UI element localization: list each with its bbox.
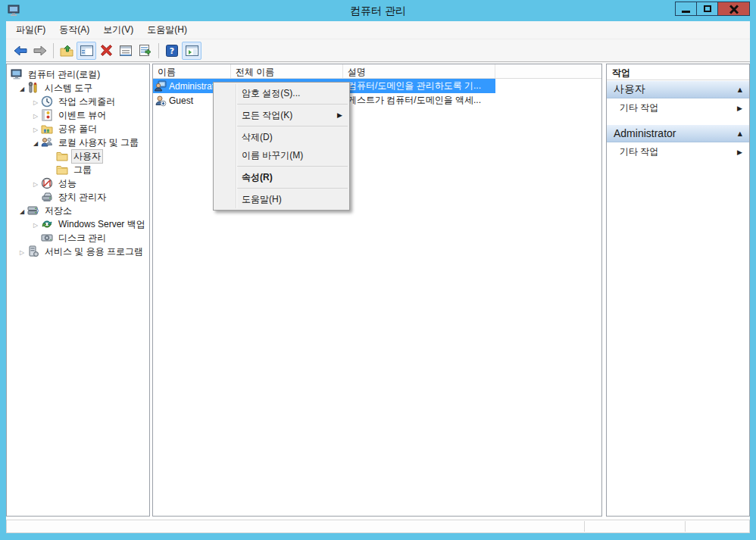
expander-icon[interactable] <box>17 246 27 257</box>
menu-separator <box>237 104 348 105</box>
toolbar-separator <box>53 43 54 58</box>
menu-file[interactable]: 파일(F) <box>9 21 52 39</box>
tree-item-windows-server-backup[interactable]: Windows Server 백업 <box>7 217 149 231</box>
actions-gap <box>607 117 749 124</box>
user-description: 컴퓨터/도메인을 관리하도록 기... <box>343 80 495 92</box>
export-list-button[interactable] <box>136 42 155 60</box>
folder-icon <box>56 164 68 176</box>
expander-icon[interactable] <box>30 219 41 229</box>
menu-separator <box>237 166 348 167</box>
tree-item-groups[interactable]: 그룹 <box>7 163 149 176</box>
tree-item-shared-folders[interactable]: 공유 폴더 <box>7 122 149 136</box>
user-guest-icon <box>155 95 167 107</box>
tree-item-performance[interactable]: 성능 <box>7 176 149 190</box>
menu-view[interactable]: 보기(V) <box>96 21 140 39</box>
expander-icon[interactable] <box>30 110 41 120</box>
help-icon: ? <box>166 45 178 57</box>
column-header-description[interactable]: 설명 <box>343 64 495 78</box>
submenu-arrow-icon: ▶ <box>337 106 342 124</box>
toolbar-separator <box>158 43 159 58</box>
tree-item-computer-management[interactable]: 컴퓨터 관리(로컬) <box>7 67 149 81</box>
actions-item-users-more[interactable]: 기타 작업 ▶ <box>607 98 749 117</box>
actions-item-administrator-more[interactable]: 기타 작업 ▶ <box>607 142 749 161</box>
list-header: 이름 전체 이름 설명 <box>153 64 601 79</box>
toolbar: ? <box>6 39 750 62</box>
show-action-pane-icon <box>186 45 198 56</box>
tree-item-label: 디스크 관리 <box>56 231 108 245</box>
delete-icon <box>101 45 112 56</box>
shared-folder-icon <box>41 123 53 135</box>
services-icon <box>27 245 39 258</box>
maximize-icon <box>704 5 711 12</box>
window-frame-right <box>750 21 756 540</box>
maximize-button[interactable] <box>696 2 718 16</box>
close-icon <box>729 5 739 14</box>
tree-item-users[interactable]: 사용자 <box>7 149 149 163</box>
window-frame-bottom <box>0 533 756 540</box>
tree-item-label: 사용자 <box>71 149 103 164</box>
up-folder-button[interactable] <box>57 42 77 60</box>
console-tree-panel: 컴퓨터 관리(로컬) 시스템 도구 작업 스케줄러 이벤트 뷰어 공유 폴더 <box>6 64 150 517</box>
tree-item-label: 저장소 <box>42 204 74 218</box>
menu-item-set-password[interactable]: 암호 설정(S)... <box>214 84 349 102</box>
expander-icon[interactable] <box>17 83 27 93</box>
folder-icon <box>56 150 68 162</box>
menu-help[interactable]: 도움말(H) <box>140 21 194 39</box>
tree-item-device-manager[interactable]: 장치 관리자 <box>7 190 149 204</box>
tree-item-storage[interactable]: 저장소 <box>7 204 149 217</box>
tree-item-disk-management[interactable]: 디스크 관리 <box>7 231 149 245</box>
actions-section-users[interactable]: 사용자 ▲ <box>607 80 749 98</box>
expander-icon[interactable] <box>30 96 41 107</box>
back-button[interactable] <box>11 42 30 60</box>
menu-separator <box>237 126 348 126</box>
storage-icon <box>27 204 39 217</box>
tree-item-task-scheduler[interactable]: 작업 스케줄러 <box>7 95 149 108</box>
actions-item-label: 기타 작업 <box>620 101 658 114</box>
menu-item-all-tasks[interactable]: 모든 작업(K)▶ <box>214 106 349 124</box>
tree-item-system-tools[interactable]: 시스템 도구 <box>7 81 149 95</box>
tree-item-label: 작업 스케줄러 <box>56 95 117 109</box>
help-button[interactable]: ? <box>162 42 182 60</box>
menu-item-properties[interactable]: 속성(R) <box>214 168 349 186</box>
user-description: 게스트가 컴퓨터/도메인을 액세... <box>343 94 495 107</box>
tree-item-label: 그룹 <box>71 163 94 177</box>
collapse-icon[interactable]: ▲ <box>738 130 742 137</box>
column-header-name[interactable]: 이름 <box>153 64 231 78</box>
tree-item-label: 성능 <box>56 176 79 191</box>
menu-item-delete[interactable]: 삭제(D) <box>214 128 349 146</box>
forward-button[interactable] <box>30 42 50 60</box>
minimize-icon <box>682 11 690 13</box>
computer-management-window: 컴퓨터 관리 파일(F) 동작(A) 보기(V) 도움말(H) <box>0 0 756 540</box>
actions-section-administrator[interactable]: Administrator ▲ <box>607 124 749 142</box>
tree-item-event-viewer[interactable]: 이벤트 뷰어 <box>7 108 149 122</box>
event-viewer-icon <box>41 109 53 121</box>
actions-section-title: Administrator <box>614 127 676 139</box>
menu-item-help[interactable]: 도움말(H) <box>214 190 349 208</box>
properties-button[interactable] <box>116 42 136 60</box>
column-header-full-name[interactable]: 전체 이름 <box>231 64 343 78</box>
expander-icon[interactable] <box>30 137 41 148</box>
expander-icon[interactable] <box>30 178 41 189</box>
menu-action[interactable]: 동작(A) <box>52 21 96 39</box>
collapse-icon[interactable]: ▲ <box>738 86 742 93</box>
actions-panel-title: 작업 <box>607 64 749 80</box>
tree-item-services-and-applications[interactable]: 서비스 및 응용 프로그램 <box>7 245 149 258</box>
show-action-pane-button[interactable] <box>182 42 201 60</box>
user-admin-icon <box>155 80 167 92</box>
show-console-tree-button[interactable] <box>77 42 96 60</box>
title-bar[interactable]: 컴퓨터 관리 <box>0 0 756 21</box>
performance-icon <box>41 177 53 189</box>
close-button[interactable] <box>717 2 750 16</box>
menu-item-rename[interactable]: 이름 바꾸기(M) <box>214 146 349 164</box>
expander-icon[interactable] <box>30 123 41 134</box>
status-bar-divider <box>685 521 686 532</box>
tree-item-local-users-and-groups[interactable]: 로컬 사용자 및 그룹 <box>7 136 149 149</box>
context-menu: 암호 설정(S)... 모든 작업(K)▶ 삭제(D) 이름 바꾸기(M) 속성… <box>213 82 350 211</box>
users-group-icon <box>41 136 53 148</box>
forward-icon <box>33 45 47 56</box>
minimize-button[interactable] <box>675 2 697 16</box>
up-folder-icon <box>60 45 73 57</box>
delete-button[interactable] <box>96 42 116 60</box>
tools-icon <box>27 82 39 94</box>
expander-icon[interactable] <box>17 205 27 216</box>
